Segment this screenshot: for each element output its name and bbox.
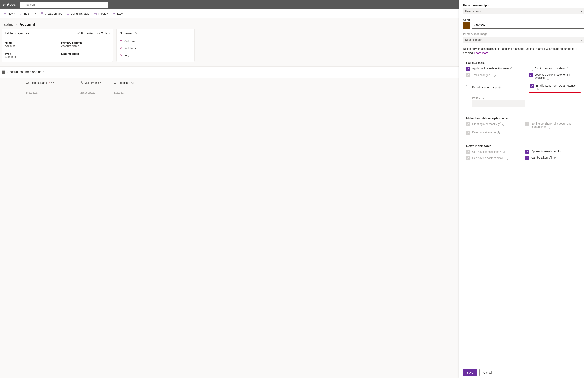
row-number (6, 88, 24, 97)
cell-main-phone[interactable]: Enter phone (78, 88, 111, 97)
opt-label: Enable Long Term Data Retention (536, 84, 577, 87)
checkbox[interactable] (529, 67, 533, 71)
cell-account-name[interactable]: Enter text (24, 88, 78, 97)
schema-card: Schema i Columns Relations Keys (116, 29, 195, 62)
search-box[interactable] (20, 1, 108, 8)
export-icon (112, 12, 115, 15)
card-title: Schema i (120, 32, 136, 35)
opt-label: Audit changes to its data (535, 67, 564, 70)
phone-icon (80, 81, 83, 84)
checkbox[interactable]: ✓ (529, 73, 533, 77)
col-header-account-name[interactable]: Account Name * ↑ ▾ (24, 78, 78, 88)
col-header-main-phone[interactable]: Main Phone ▾ (78, 78, 111, 88)
import-button[interactable]: Import ▾ (92, 10, 110, 17)
prop-type: Type Standard (5, 52, 53, 58)
row-number-header (6, 78, 24, 88)
field-label: Primary row image (463, 32, 584, 36)
learn-more-link[interactable]: Learn more (474, 51, 488, 54)
field-record-ownership: Record ownership * User or team ▾ (463, 4, 584, 14)
schema-body: Columns Relations Keys (117, 38, 194, 60)
search-icon (22, 3, 25, 6)
schema-relationships[interactable]: Relations (120, 47, 191, 50)
record-ownership-select[interactable]: User or team ▾ (463, 8, 584, 14)
info-icon[interactable]: i (493, 74, 495, 77)
checkbox[interactable] (466, 85, 470, 89)
info-icon[interactable]: i (498, 86, 501, 89)
opt-label: Track changes (472, 73, 490, 76)
plus-icon (3, 12, 7, 15)
info-icon[interactable]: i (537, 88, 540, 90)
table-plus-icon (67, 12, 69, 15)
card-header: Table properties Properties Tools ▾ (2, 29, 113, 38)
chevron-down-icon: ▾ (581, 10, 582, 13)
create-app-button[interactable]: Create an app (39, 10, 64, 17)
opt-audit-changes[interactable]: Audit changes to its datai (529, 67, 581, 71)
edit-chevron[interactable]: ▾ (33, 10, 38, 17)
cell-address[interactable]: Enter text (111, 88, 150, 97)
schema-item-label: Relations (124, 47, 136, 50)
properties-body: Name Account Primary column Account Name… (2, 38, 113, 62)
checkbox[interactable]: ✓ (466, 67, 470, 71)
new-button[interactable]: New ▾ (1, 10, 17, 17)
svg-line-25 (122, 55, 122, 56)
info-icon[interactable]: i (134, 32, 136, 35)
opt-track-changes: ✓ Track changes 1i (466, 73, 525, 80)
info-icon[interactable]: i (547, 77, 549, 80)
prop-value: Standard (5, 55, 53, 58)
chevron-down-icon: ▾ (14, 13, 15, 15)
prop-label: Primary column (61, 41, 110, 44)
prop-primary-column: Primary column Account Name (61, 41, 110, 47)
schema-columns[interactable]: Columns (120, 40, 191, 43)
prop-label: Name (5, 41, 53, 44)
edit-button[interactable]: Edit (18, 10, 31, 17)
col-header-address[interactable]: Address 1: Ci (111, 78, 150, 88)
chevron-down-icon: ▾ (53, 82, 54, 84)
svg-point-19 (122, 47, 122, 48)
svg-point-20 (122, 49, 122, 49)
info-icon[interactable]: i (566, 68, 568, 70)
schema-keys[interactable]: Keys (120, 54, 191, 57)
opt-custom-help[interactable]: Provide custom helpi (466, 82, 525, 93)
cmd-label: Import (98, 12, 106, 15)
help-url-label: Help URL (472, 96, 525, 97)
breadcrumb-sep: › (15, 22, 17, 27)
section-for-table: For this table ✓ Apply duplicate detecti… (463, 58, 584, 97)
abc-icon (120, 40, 122, 42)
opt-label: Provide custom help (472, 86, 497, 89)
prop-value: Account (5, 44, 53, 47)
checkbox[interactable]: ✓ (530, 84, 534, 88)
svg-rect-16 (97, 33, 100, 34)
panel-scroll[interactable]: Record ownership * User or team ▾ Color … (459, 0, 588, 97)
sort-up-icon: ↑ (51, 82, 52, 84)
properties-link[interactable]: Properties (77, 32, 94, 35)
breadcrumb-root[interactable]: Tables (1, 22, 13, 27)
card-actions: Properties Tools ▾ (77, 32, 110, 35)
import-icon (94, 12, 97, 15)
option-grid: ✓ Apply duplicate detection rulesi Audit… (466, 67, 581, 97)
color-swatch[interactable] (463, 22, 470, 29)
link-label: Properties (81, 32, 94, 35)
opt-duplicate-detection[interactable]: ✓ Apply duplicate detection rulesi (466, 67, 525, 71)
opt-quick-create[interactable]: ✓ Leverage quick-create form if availabl… (529, 73, 581, 80)
opt-label: Leverage quick-create form if available (535, 73, 570, 79)
opt-long-term-retention[interactable]: ✓ Enable Long Term Data Retentioni (530, 84, 579, 90)
svg-rect-6 (41, 14, 42, 15)
required-star: * (488, 4, 489, 7)
using-table-button[interactable]: Using this table (65, 10, 92, 17)
color-input[interactable] (472, 22, 584, 28)
tools-link[interactable]: Tools ▾ (97, 32, 110, 35)
search-input[interactable] (25, 3, 106, 6)
info-icon[interactable]: i (510, 68, 513, 70)
field-label: Record ownership * (463, 4, 584, 7)
export-button[interactable]: Export (110, 10, 126, 17)
primary-row-image-select[interactable]: Default Image ▾ (463, 37, 584, 43)
grid-icon (1, 70, 5, 74)
breadcrumb-current: Account (20, 22, 35, 27)
field-primary-row-image: Primary row image Default Image ▾ (463, 32, 584, 43)
pencil-icon (20, 12, 23, 15)
svg-rect-4 (41, 13, 42, 14)
properties-panel: Record ownership * User or team ▾ Color … (459, 0, 588, 97)
table-properties-card: Table properties Properties Tools ▾ Name… (1, 29, 113, 62)
svg-point-18 (120, 48, 121, 49)
link-label: Tools (101, 32, 107, 35)
